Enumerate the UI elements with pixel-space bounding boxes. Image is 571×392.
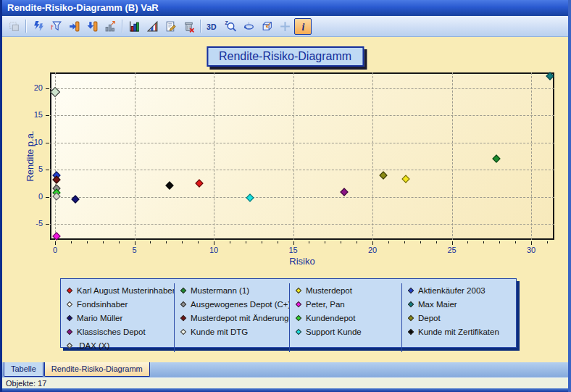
gridline-vertical [531,72,532,240]
edit-report-icon [164,20,177,33]
legend-item: Fondsinhaber [67,297,174,311]
legend-label: Support Kunde [306,328,362,336]
info-mode-button[interactable]: i [294,18,312,35]
triangle-chart-view-button[interactable] [143,18,161,35]
legend-item: Musterdepot mit Änderungen [180,311,289,325]
drill-down-button[interactable] [83,18,101,35]
edit-report-button[interactable] [162,18,179,35]
rotate-icon [243,20,255,33]
legend-label: Kunde mit DTG [191,328,248,336]
gridline-vertical [55,72,56,240]
y-axis-tick [46,143,49,143]
crosshair-button[interactable] [276,18,293,35]
legend-item: .DAX (X) [67,338,174,352]
gridline-horizontal [50,197,554,198]
tab-rendite-risiko-diagramm[interactable]: Rendite-Risiko-Diagramm [44,362,150,377]
delete-button[interactable] [180,18,197,35]
delete-trash-icon [183,20,195,33]
filter-button[interactable] [47,18,64,35]
diamond-marker-icon [408,314,414,320]
legend-label: Mario Müller [77,314,122,322]
selection-mode-button[interactable] [5,18,22,35]
x-tick-label: 15 [281,246,306,254]
x-axis-minor-tick [182,241,183,243]
x-axis-minor-tick [515,241,516,243]
x-axis-minor-tick [547,241,548,243]
x-tick-label: 20 [360,246,385,254]
legend-column: Karl August MusterinhaberFondsinhaberMar… [61,283,175,352]
x-axis-minor-tick [246,241,246,243]
window-frame-bottom [2,388,568,392]
gridline-horizontal [50,143,554,143]
legend-item: Karl August Musterinhaber [67,283,174,297]
status-text: Objekte: 17 [6,379,46,388]
legend-label: Klassisches Depot [77,328,146,336]
toolbar-separator [200,20,201,33]
gridline-horizontal [50,115,554,116]
x-axis-minor-tick [103,241,104,243]
3d-view-button[interactable]: 3D [204,18,221,35]
x-axis-minor-tick [483,241,484,243]
gridline-horizontal [50,170,554,170]
status-bar: Objekte: 17 [2,378,568,388]
chart-legend: Karl August MusterinhaberFondsinhaberMar… [60,278,517,348]
x-axis-minor-tick [309,241,309,243]
x-axis-minor-tick [499,241,500,243]
diamond-marker-icon [180,328,186,334]
perspective-box-icon [261,20,273,33]
y-axis-tick [46,88,49,89]
app-window: Rendite-Risiko-Diagramm (B) VaR 3DZi Ren… [0,0,571,392]
chart-title: Rendite-Risiko-Diagramm [207,46,364,67]
legend-label: Depot [418,314,441,322]
drill-in-icon [68,20,80,33]
diamond-marker-icon [67,314,72,320]
legend-item: Kunde mit DTG [180,325,289,338]
tab-tabelle[interactable]: Tabelle [4,362,43,377]
legend-label: Peter, Pan [306,300,345,309]
zoom-magnifier-icon: Z [225,20,237,33]
y-tick-label: -5 [18,219,43,228]
legend-item: Aktienkäufer 2003 [408,283,516,297]
legend-label: Ausgewogenes Depot (C+) [191,300,289,309]
window-titlebar[interactable]: Rendite-Risiko-Diagramm (B) VaR [2,0,568,16]
diamond-marker-icon [296,287,301,293]
refresh-button[interactable] [29,18,46,35]
legend-item: Support Kunde [296,325,401,338]
x-axis-minor-tick [325,241,325,243]
diamond-marker-icon [296,314,301,320]
x-axis-minor-tick [150,241,151,243]
legend-label: Musterdepot mit Änderungen [191,314,289,322]
y-axis-tick [46,115,49,116]
rotate-view-button[interactable] [240,18,257,35]
3d-zoom-button[interactable]: Z [222,18,239,35]
toolbar: 3DZi [2,16,568,37]
x-tick-label: 10 [201,246,226,254]
legend-item: Kundendepot [296,311,401,325]
x-axis-minor-tick [357,241,357,243]
legend-item: Peter, Pan [296,297,401,311]
x-axis-minor-tick [230,241,230,243]
x-axis-minor-tick [436,241,437,243]
legend-label: Kunde mit Zertifikaten [418,328,499,336]
legend-item: Depot [408,311,516,325]
legend-label: Aktienkäufer 2003 [418,286,485,295]
3d-text-icon: 3D [206,20,220,33]
drill-in-button[interactable] [65,18,83,35]
diamond-marker-icon [67,342,72,348]
statistics-icon [104,20,117,33]
statistics-button[interactable] [101,18,119,35]
legend-label: .DAX (X) [77,341,109,350]
legend-label: Fondsinhaber [77,300,128,309]
plot-area[interactable] [50,72,554,240]
svg-text:i: i [301,21,304,32]
diamond-marker-icon [408,287,414,293]
x-axis-tick [135,241,136,245]
y-axis-tick [46,170,49,170]
diamond-marker-icon [67,301,72,306]
x-axis-tick [214,241,214,245]
window-title: Rendite-Risiko-Diagramm (B) VaR [7,2,159,13]
bar-chart-view-button[interactable] [125,18,143,35]
gridline-vertical [452,72,453,240]
x-tick-label: 5 [122,246,147,254]
perspective-view-button[interactable] [258,18,275,35]
